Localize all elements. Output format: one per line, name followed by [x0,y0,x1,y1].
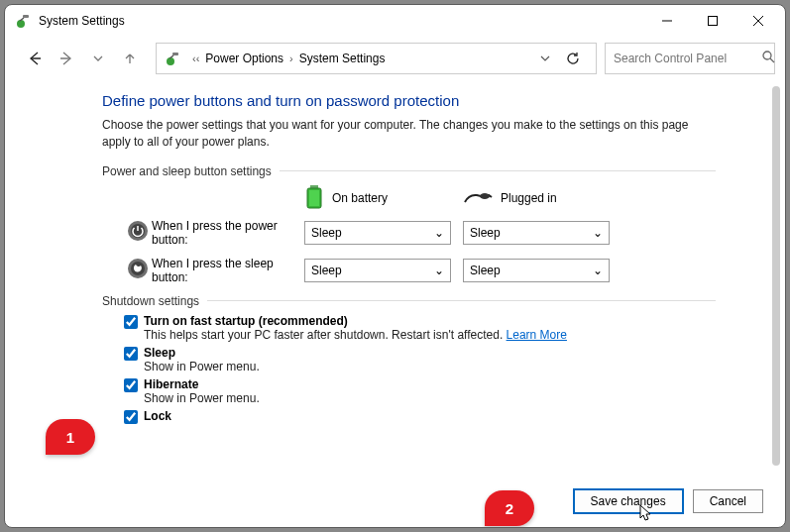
breadcrumb-part[interactable]: Power Options [205,52,283,65]
refresh-button[interactable] [554,52,592,65]
column-headers: On battery Plugged in [124,184,716,213]
nav-row: ‹‹ Power Options › System Settings [5,37,785,80]
chevron-down-icon: ⌄ [434,226,444,240]
power-section: On battery Plugged in When I press the p… [102,184,716,284]
close-button[interactable] [735,6,781,36]
battery-icon [304,184,324,213]
recent-dropdown[interactable] [82,43,114,74]
lock-item: Lock [124,409,716,424]
power-button-icon [127,220,149,246]
col-battery-label: On battery [332,191,388,205]
content-area: Define power buttons and turn on passwor… [5,80,785,479]
cancel-button[interactable]: Cancel [693,489,763,513]
sleep-checkbox[interactable] [124,347,138,361]
svg-rect-3 [709,17,718,26]
col-plugged-label: Plugged in [501,191,557,205]
sleep-label: Sleep [144,346,260,360]
scrollbar-thumb[interactable] [772,86,780,466]
svg-point-0 [17,20,25,28]
sleep-button-row: When I press the sleep button: Sleep⌄ Sl… [124,257,716,284]
chevron-right-icon: › [289,53,293,64]
power-options-icon [15,13,31,29]
breadcrumb-separator: ‹‹ [192,53,199,64]
svg-point-10 [763,52,771,59]
annotation-badge-1: 1 [46,419,95,455]
shutdown-section-label: Shutdown settings [102,294,716,308]
svg-line-11 [770,58,774,62]
sleep-button-icon [127,258,149,283]
breadcrumb-part[interactable]: System Settings [299,52,386,65]
forward-button[interactable] [51,43,82,74]
scrollbar[interactable] [769,84,783,479]
minimize-button[interactable] [644,6,690,36]
svg-point-15 [480,193,490,199]
lock-label: Lock [144,409,171,423]
cursor-icon [639,504,653,526]
chevron-down-icon: ⌄ [593,264,603,277]
fast-startup-desc: This helps start your PC faster after sh… [144,328,567,342]
hibernate-checkbox[interactable] [124,378,138,392]
hibernate-label: Hibernate [144,377,260,391]
svg-point-8 [167,57,174,65]
titlebar: System Settings [5,5,785,37]
svg-rect-1 [23,15,29,18]
shutdown-section: Turn on fast startup (recommended) This … [102,314,716,424]
fast-startup-checkbox[interactable] [124,315,138,329]
maximize-button[interactable] [690,6,735,36]
page-title: Define power buttons and turn on passwor… [102,92,716,109]
footer-buttons: Save changes Cancel [5,479,785,527]
chevron-down-icon: ⌄ [593,226,603,240]
hibernate-item: Hibernate Show in Power menu. [124,377,716,405]
window: System Settings ‹‹ Power Options › Syste… [4,4,786,528]
chevron-down-icon[interactable] [536,53,554,63]
svg-rect-14 [309,190,319,206]
svg-rect-9 [172,53,178,55]
back-button[interactable] [19,43,51,74]
power-options-icon [165,51,180,66]
up-button[interactable] [114,43,146,74]
learn-more-link[interactable]: Learn More [507,328,567,342]
power-section-label: Power and sleep button settings [102,164,716,178]
page-description: Choose the power settings that you want … [102,117,716,151]
search-icon [762,50,775,67]
power-button-plugged-select[interactable]: Sleep⌄ [463,221,610,245]
power-button-label: When I press the power button: [152,219,304,247]
breadcrumb[interactable]: ‹‹ Power Options › System Settings [156,43,597,74]
plug-icon [463,188,493,209]
power-button-battery-select[interactable]: Sleep⌄ [304,221,451,245]
search-input[interactable] [614,52,762,65]
sleep-desc: Show in Power menu. [144,360,260,373]
chevron-down-icon: ⌄ [434,264,444,277]
lock-checkbox[interactable] [124,410,138,424]
sleep-button-battery-select[interactable]: Sleep⌄ [304,259,451,282]
hibernate-desc: Show in Power menu. [144,391,260,405]
fast-startup-item: Turn on fast startup (recommended) This … [124,314,716,342]
sleep-item: Sleep Show in Power menu. [124,346,716,373]
search-box[interactable] [605,43,775,74]
power-button-row: When I press the power button: Sleep⌄ Sl… [124,219,716,247]
window-title: System Settings [39,14,644,28]
sleep-button-plugged-select[interactable]: Sleep⌄ [463,259,610,282]
sleep-button-label: When I press the sleep button: [152,257,304,284]
fast-startup-label: Turn on fast startup (recommended) [144,314,567,328]
save-changes-button[interactable]: Save changes [574,489,683,513]
window-controls [644,6,781,36]
annotation-badge-2: 2 [485,490,534,526]
